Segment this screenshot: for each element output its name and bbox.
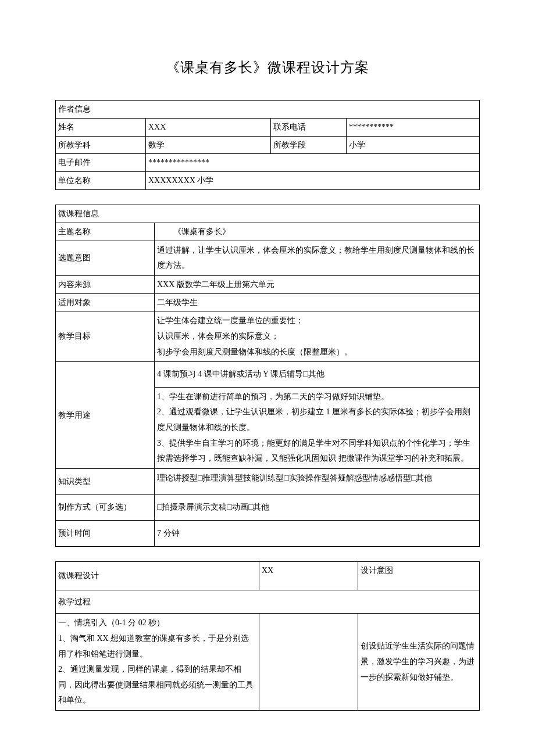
label-name: 姓名 [56,118,146,136]
table-row: 所教学科 数学 所教学段 小学 [56,136,480,154]
value-ktype: 理论讲授型□推理演算型技能训练型□实验操作型答疑解惑型情感感悟型□其他 [155,468,480,495]
label-email: 电子邮件 [56,154,146,172]
table-header-row: 微课程信息 [56,205,480,223]
course-design-table: 微课程设计 XX 设计意图 教学过程 一、情境引入（0-1 分 02 秒） 1、… [55,561,480,711]
value-subject: 数学 [146,136,271,154]
value-unit: XXXXXXXX 小学 [146,172,480,190]
design-header-2: XX [259,561,358,590]
table-row: 教学用途 4 课前预习 4 课中讲解或活动 Y 课后辅导□其他 [56,362,480,388]
label-phone: 联系电话 [271,118,347,136]
value-stage: 小学 [347,136,480,154]
process-right: 创设贴近学生生活实际的问题情景，激发学生的学习兴趣，为进一步的探索新知做好铺垫。 [358,614,480,711]
value-audience: 二年级学生 [155,293,480,311]
label-subject: 所教学科 [56,136,146,154]
value-time: 7 分钟 [155,521,480,547]
table-row: 姓名 XXX 联系电话 *********** [56,118,480,136]
table-row: 制作方式（可多选） □拍摄录屏演示文稿□动画□其他 [56,495,480,521]
label-source: 内容来源 [56,275,155,293]
label-ktype: 知识类型 [56,468,155,495]
table-row: 选题意图 通过讲解，让学生认识厘米，体会厘米的实际意义；教给学生用刻度尺测量物体… [56,241,480,275]
table-row: 一、情境引入（0-1 分 02 秒） 1、淘气和 XX 想知道教室的课桌有多长，… [56,614,480,711]
label-stage: 所教学段 [271,136,347,154]
author-info-table: 作者信息 姓名 XXX 联系电话 *********** 所教学科 数学 所教学… [55,100,480,190]
design-header-3: 设计意图 [358,561,480,590]
value-use-options: 4 课前预习 4 课中讲解或活动 Y 课后辅导□其他 [155,362,480,388]
process-left: 一、情境引入（0-1 分 02 秒） 1、淘气和 XX 想知道教室的课桌有多长，… [56,614,259,711]
label-use: 教学用途 [56,362,155,469]
value-name: XXX [146,118,271,136]
value-email: *************** [146,154,480,172]
value-topic: 《课桌有多长》 [155,223,480,241]
table-row: 主题名称 《课桌有多长》 [56,223,480,241]
table-header-row: 微课程设计 XX 设计意图 [56,561,480,590]
process-header: 教学过程 [56,590,480,614]
label-method: 制作方式（可多选） [56,495,155,521]
table-row: 教学目标 让学生体会建立统一度量单位的重要性； 认识厘米，体会厘米的实际意义； … [56,311,480,362]
table-row: 电子邮件 *************** [56,154,480,172]
value-use-body: 1、学生在课前进行简单的预习，为第二天的学习做好知识铺垫。 2、通过观看微课，让… [155,387,480,468]
table-row: 教学过程 [56,590,480,614]
value-phone: *********** [347,118,480,136]
label-time: 预计时间 [56,521,155,547]
table-row: 单位名称 XXXXXXXX 小学 [56,172,480,190]
table-row: 内容来源 XXX 版数学二年级上册第六单元 [56,275,480,293]
course-info-header: 微课程信息 [56,205,480,223]
author-info-header: 作者信息 [56,101,480,119]
table-header-row: 作者信息 [56,101,480,119]
value-method: □拍摄录屏演示文稿□动画□其他 [155,495,480,521]
label-audience: 适用对象 [56,293,155,311]
value-goal: 让学生体会建立统一度量单位的重要性； 认识厘米，体会厘米的实际意义； 初步学会用… [155,311,480,362]
table-row: 预计时间 7 分钟 [56,521,480,547]
value-source: XXX 版数学二年级上册第六单元 [155,275,480,293]
value-intent: 通过讲解，让学生认识厘米，体会厘米的实际意义；教给学生用刻度尺测量物体和线的长度… [155,241,480,275]
label-topic: 主题名称 [56,223,155,241]
label-goal: 教学目标 [56,311,155,362]
label-intent: 选题意图 [56,241,155,275]
table-row: 适用对象 二年级学生 [56,293,480,311]
document-title: 《课桌有多长》微课程设计方案 [55,58,480,77]
process-mid [259,614,358,711]
table-row: 知识类型 理论讲授型□推理演算型技能训练型□实验操作型答疑解惑型情感感悟型□其他 [56,468,480,495]
label-unit: 单位名称 [56,172,146,190]
design-header-1: 微课程设计 [56,561,259,590]
course-info-table: 微课程信息 主题名称 《课桌有多长》 选题意图 通过讲解，让学生认识厘米，体会厘… [55,205,480,547]
